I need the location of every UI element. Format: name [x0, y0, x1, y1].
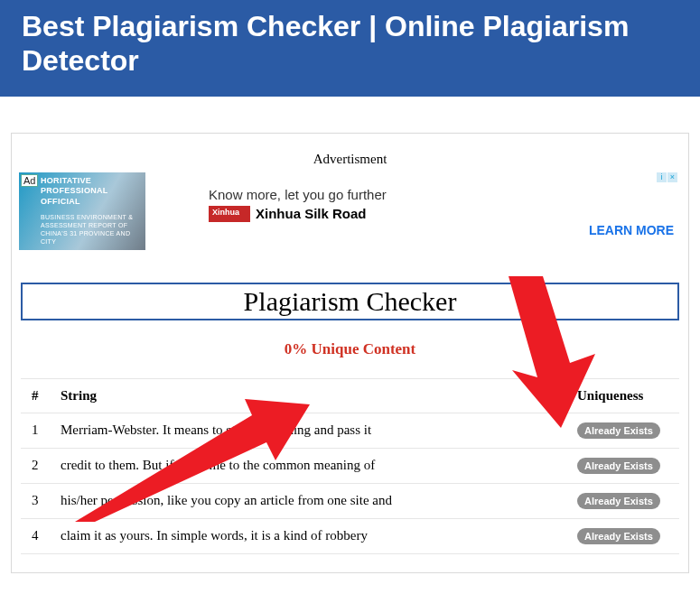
status-badge: Already Exists [577, 528, 660, 544]
advertisement-label: Advertisment [15, 152, 685, 167]
page-header: Best Plagiarism Checker | Online Plagiar… [0, 0, 700, 97]
ad-controls: i × [657, 172, 677, 182]
col-number: # [21, 378, 50, 413]
ad-tagline: Know more, let you go further [209, 187, 573, 202]
status-badge: Already Exists [577, 458, 660, 474]
ad-info-icon[interactable]: i [657, 172, 667, 182]
learn-more-link[interactable]: LEARN MORE [589, 223, 674, 237]
ad-image[interactable]: Ad HORITATIVE PROFESSIONAL OFFICIAL BUSI… [19, 172, 145, 250]
content-frame: Advertisment i × Ad HORITATIVE PROFESSIO… [11, 133, 689, 573]
ad-close-icon[interactable]: × [667, 172, 677, 182]
annotation-arrow-left-icon [75, 377, 310, 522]
svg-marker-0 [75, 399, 310, 522]
ad-image-text: HORITATIVE PROFESSIONAL OFFICIAL BUSINES… [41, 176, 142, 246]
annotation-arrow-right-icon [481, 276, 599, 430]
table-row: 4 claim it as yours. In simple words, it… [21, 518, 679, 553]
xinhua-logo-icon [209, 206, 250, 222]
status-badge: Already Exists [577, 493, 660, 509]
ad-copy: Know more, let you go further Xinhua Sil… [154, 172, 573, 222]
page-title: Best Plagiarism Checker | Online Plagiar… [22, 9, 678, 79]
svg-marker-1 [509, 276, 595, 428]
ad-badge: Ad [21, 174, 38, 187]
advertisement-block: i × Ad HORITATIVE PROFESSIONAL OFFICIAL … [15, 172, 685, 266]
ad-brand: Xinhua Silk Road [256, 206, 367, 221]
